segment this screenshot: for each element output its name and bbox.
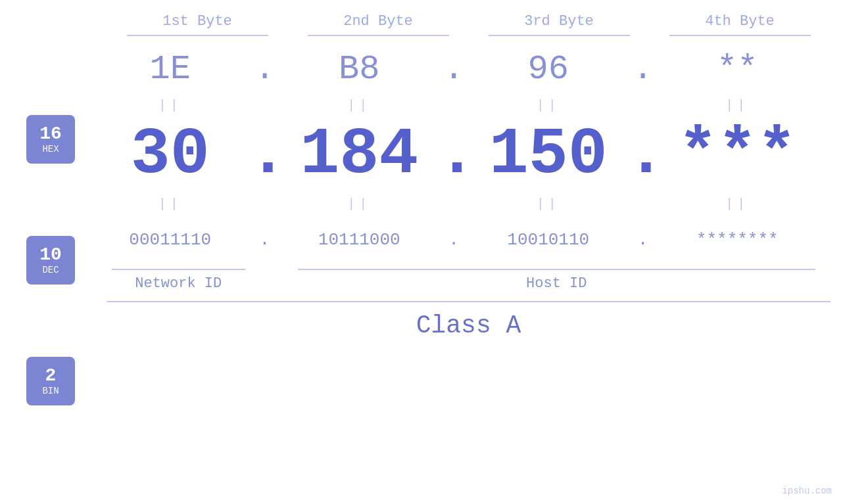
bin-dot-1: . [249,230,281,250]
bracket-seg-4 [650,35,831,36]
bracket-seg-3 [469,35,650,36]
hex-dot-3: . [627,50,660,89]
full-bracket-line [107,301,831,302]
dec-val-1: 30 [92,118,249,192]
dec-val-2: 184 [281,118,438,192]
full-bottom-bracket [107,301,831,302]
byte-header-3: 3rd Byte [469,13,650,35]
eq-1: || [92,98,249,113]
byte-headers: 1st Byte 2nd Byte 3rd Byte 4th Byte [107,13,831,35]
eq2-1: || [92,196,249,212]
bin-val-3: 10010110 [470,230,627,250]
badge-bin-number: 2 [45,366,57,386]
net-bracket-container [92,269,265,270]
badge-hex: 16 HEX [26,115,75,164]
byte-header-4: 4th Byte [650,13,831,35]
hex-val-4: ** [660,50,816,89]
bin-val-4: ******** [660,230,816,250]
bracket-line-4 [669,35,811,36]
id-labels-row: Network ID Host ID [92,275,815,292]
bracket-seg-1 [107,35,288,36]
dec-val-4: *** [660,118,816,192]
dec-row: 30 . 184 . 150 . *** [92,115,815,194]
hex-val-1: 1E [92,50,249,89]
main-container: 1st Byte 2nd Byte 3rd Byte 4th Byte 16 H… [0,0,845,504]
byte-header-1: 1st Byte [107,13,288,35]
eq2-3: || [470,196,627,212]
class-label: Class A [107,311,831,340]
eq2-4: || [660,196,816,212]
bottom-bracket-row [92,269,815,270]
host-bracket-line [298,269,816,270]
content-rows: 1E . B8 . 96 . ** [92,43,815,292]
hex-dot-1: . [249,50,281,89]
badge-bin-label: BIN [42,386,59,396]
bracket-seg-2 [288,35,469,36]
bin-val-2: 10111000 [281,230,438,250]
host-bracket-container [298,269,816,270]
hex-row: 1E . B8 . 96 . ** [92,43,815,95]
net-bracket-line [112,269,245,270]
bin-dot-2: . [437,230,470,250]
badge-dec-label: DEC [42,265,59,275]
dec-val-3: 150 [470,118,627,192]
bracket-line-3 [489,35,630,36]
hex-val-3: 96 [470,50,627,89]
equals-row-1: || || || || [92,95,815,115]
host-id-label: Host ID [298,275,816,292]
eq-4: || [660,98,816,113]
badge-dec-number: 10 [39,245,62,265]
hex-val-2: B8 [281,50,438,89]
badge-dec: 10 DEC [26,236,75,285]
equals-row-2: || || || || [92,194,815,214]
eq-3: || [470,98,627,113]
dec-dot-3: . [627,118,660,192]
badges-column: 16 HEX 10 DEC 2 BIN [26,115,75,405]
badge-hex-number: 16 [39,124,62,145]
top-brackets [107,35,831,36]
eq-2: || [281,98,438,113]
byte-header-2: 2nd Byte [288,13,469,35]
watermark: ipshu.com [782,486,832,496]
dec-dot-2: . [437,118,470,192]
bin-dot-3: . [627,230,660,250]
network-id-label: Network ID [92,275,265,292]
bin-row: 00011110 . 10111000 . 10010110 . [92,214,815,266]
dec-dot-1: . [249,118,281,192]
badge-bin: 2 BIN [26,357,75,405]
bracket-line-2 [308,35,449,36]
eq2-2: || [281,196,438,212]
hex-dot-2: . [437,50,470,89]
bracket-line-1 [127,35,268,36]
badge-hex-label: HEX [42,144,59,154]
bin-val-1: 00011110 [92,230,249,250]
